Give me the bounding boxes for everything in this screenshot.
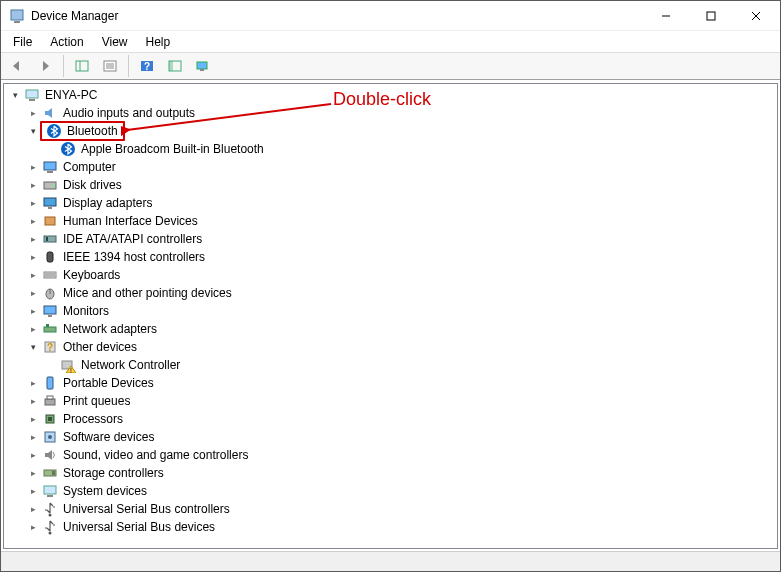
computer-icon	[42, 159, 58, 175]
chevron-right-icon[interactable]: ▸	[26, 268, 40, 282]
tree-item-network[interactable]: ▸Network adapters	[26, 320, 777, 338]
chevron-right-icon[interactable]: ▸	[26, 520, 40, 534]
devices-button[interactable]	[191, 55, 215, 77]
tree-label: Other devices	[60, 339, 140, 355]
warning-device-icon: !	[60, 357, 76, 373]
chevron-right-icon[interactable]: ▸	[26, 466, 40, 480]
scan-hardware-button[interactable]	[163, 55, 187, 77]
tree-item-ide[interactable]: ▸IDE ATA/ATAPI controllers	[26, 230, 777, 248]
tree-label: Portable Devices	[60, 375, 157, 391]
toolbar: ?	[1, 52, 780, 80]
tree-item-disk[interactable]: ▸Disk drives	[26, 176, 777, 194]
keyboard-icon	[42, 267, 58, 283]
annotation-highlight: Bluetooth	[40, 121, 125, 141]
tree-item-bluetooth[interactable]: ▾ Bluetooth	[26, 122, 777, 140]
properties-button[interactable]	[98, 55, 122, 77]
device-tree[interactable]: ▾ ENYA-PC ▸Audio inputs and outputs ▾ Bl…	[3, 83, 778, 549]
svg-rect-24	[47, 171, 53, 173]
chevron-right-icon[interactable]: ▸	[26, 286, 40, 300]
tree-item-processors[interactable]: ▸Processors	[26, 410, 777, 428]
tree-item-keyboards[interactable]: ▸Keyboards	[26, 266, 777, 284]
tree-item-portable[interactable]: ▸Portable Devices	[26, 374, 777, 392]
tree-item-sound[interactable]: ▸Sound, video and game controllers	[26, 446, 777, 464]
window-title: Device Manager	[31, 9, 118, 23]
tree-label: Bluetooth	[64, 123, 121, 139]
computer-icon	[24, 87, 40, 103]
menu-action[interactable]: Action	[42, 33, 91, 51]
chevron-right-icon[interactable]: ▸	[26, 448, 40, 462]
svg-rect-48	[45, 399, 55, 405]
portable-icon	[42, 375, 58, 391]
svg-rect-0	[11, 10, 23, 20]
svg-rect-32	[47, 252, 53, 262]
svg-rect-49	[47, 396, 53, 399]
sound-icon	[42, 447, 58, 463]
tree-item-storage[interactable]: ▸Storage controllers	[26, 464, 777, 482]
tree-root[interactable]: ▾ ENYA-PC	[8, 86, 777, 104]
tree-item-audio[interactable]: ▸Audio inputs and outputs	[26, 104, 777, 122]
usb-icon	[42, 501, 58, 517]
chevron-down-icon[interactable]: ▾	[26, 124, 40, 138]
window-controls	[643, 1, 778, 30]
tree-label: Monitors	[60, 303, 112, 319]
chevron-right-icon[interactable]: ▸	[26, 196, 40, 210]
svg-rect-39	[48, 315, 52, 317]
chevron-right-icon[interactable]: ▸	[26, 430, 40, 444]
svg-rect-18	[200, 69, 204, 71]
tree-item-other-child[interactable]: !Network Controller	[44, 356, 777, 374]
chevron-right-icon[interactable]: ▸	[26, 502, 40, 516]
chevron-right-icon[interactable]: ▸	[26, 232, 40, 246]
tree-item-hid[interactable]: ▸Human Interface Devices	[26, 212, 777, 230]
svg-rect-25	[44, 182, 56, 189]
maximize-button[interactable]	[688, 1, 733, 30]
svg-rect-29	[45, 217, 55, 225]
menu-view[interactable]: View	[94, 33, 136, 51]
minimize-button[interactable]	[643, 1, 688, 30]
tree-item-usbctrl[interactable]: ▸Universal Serial Bus controllers	[26, 500, 777, 518]
other-devices-icon: ?	[42, 339, 58, 355]
toolbar-separator	[63, 55, 64, 77]
chevron-right-icon[interactable]: ▸	[26, 178, 40, 192]
tree-item-other[interactable]: ▾?Other devices	[26, 338, 777, 356]
help-button[interactable]: ?	[135, 55, 159, 77]
chevron-down-icon[interactable]: ▾	[26, 340, 40, 354]
tree-item-computer[interactable]: ▸Computer	[26, 158, 777, 176]
menu-help[interactable]: Help	[138, 33, 179, 51]
chevron-right-icon[interactable]: ▸	[26, 160, 40, 174]
chevron-right-icon[interactable]: ▸	[26, 484, 40, 498]
forward-button[interactable]	[33, 55, 57, 77]
chevron-right-icon[interactable]: ▸	[26, 394, 40, 408]
chevron-right-icon[interactable]: ▸	[26, 214, 40, 228]
chevron-right-icon[interactable]: ▸	[26, 376, 40, 390]
tree-label: Storage controllers	[60, 465, 167, 481]
tree-item-system[interactable]: ▸System devices	[26, 482, 777, 500]
svg-rect-31	[46, 237, 48, 241]
tree-item-mice[interactable]: ▸Mice and other pointing devices	[26, 284, 777, 302]
tree-item-printq[interactable]: ▸Print queues	[26, 392, 777, 410]
chevron-right-icon[interactable]: ▸	[26, 412, 40, 426]
tree-item-monitors[interactable]: ▸Monitors	[26, 302, 777, 320]
statusbar	[1, 551, 780, 571]
svg-rect-38	[44, 306, 56, 314]
close-button[interactable]	[733, 1, 778, 30]
tree-label: Display adapters	[60, 195, 155, 211]
svg-rect-4	[707, 12, 715, 20]
svg-rect-7	[76, 61, 88, 71]
chevron-right-icon[interactable]: ▸	[26, 304, 40, 318]
chevron-down-icon[interactable]: ▾	[8, 88, 22, 102]
tree-item-ieee1394[interactable]: ▸IEEE 1394 host controllers	[26, 248, 777, 266]
chevron-right-icon[interactable]: ▸	[26, 322, 40, 336]
tree-item-software[interactable]: ▸Software devices	[26, 428, 777, 446]
toolbar-separator	[128, 55, 129, 77]
back-button[interactable]	[5, 55, 29, 77]
menu-file[interactable]: File	[5, 33, 40, 51]
tree-item-bluetooth-device[interactable]: Apple Broadcom Built-in Bluetooth	[44, 140, 777, 158]
tree-item-usbdev[interactable]: ▸Universal Serial Bus devices	[26, 518, 777, 536]
spacer	[44, 142, 58, 156]
chevron-right-icon[interactable]: ▸	[26, 250, 40, 264]
tree-label: Mice and other pointing devices	[60, 285, 235, 301]
tree-item-display[interactable]: ▸Display adapters	[26, 194, 777, 212]
chevron-right-icon[interactable]: ▸	[26, 106, 40, 120]
svg-rect-51	[48, 417, 52, 421]
show-hide-tree-button[interactable]	[70, 55, 94, 77]
